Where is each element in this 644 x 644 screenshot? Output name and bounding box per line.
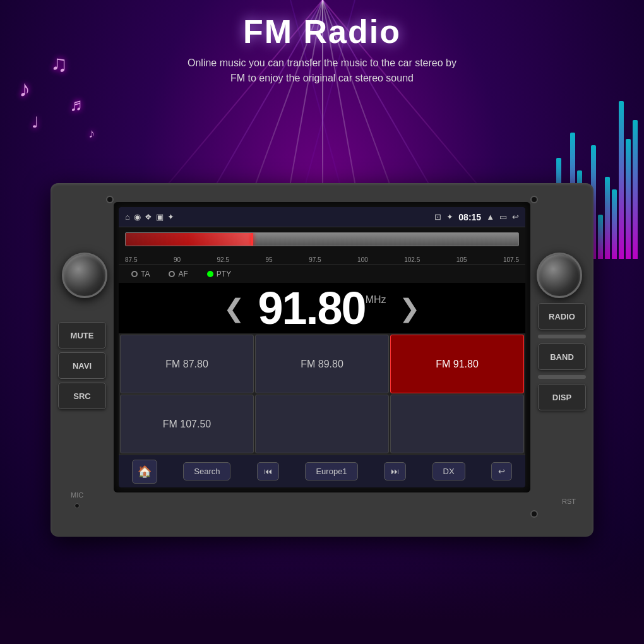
music-note-4: ♪ — [88, 126, 95, 141]
rds-pty: PTY — [207, 270, 231, 278]
usb-icon: ▣ — [156, 212, 164, 222]
tuner-marks: 87.5 90 92.5 95 97.5 100 102.5 105 107.5 — [125, 256, 519, 263]
home-button[interactable]: 🏠 — [132, 460, 157, 484]
ta-indicator — [131, 271, 138, 277]
music-note-3: ♩ — [32, 114, 39, 131]
mark-975: 97.5 — [309, 256, 321, 263]
screen: ⌂ ◉ ❖ ▣ ✦ ⊡ ✦ 08:15 ▲ ▭ ↩ — [119, 207, 525, 487]
divider-band — [538, 335, 586, 338]
tuner-bar: 87.5 90 92.5 95 97.5 100 102.5 105 107.5 — [119, 227, 525, 265]
rst-label: RST — [562, 498, 576, 505]
hole-top-left — [106, 196, 114, 203]
tuner-fill — [126, 233, 251, 246]
status-icons-left: ⌂ ◉ ❖ ▣ ✦ — [125, 212, 174, 222]
mute-button[interactable]: MUTE — [58, 322, 106, 349]
radio-button[interactable]: RADIO — [538, 303, 586, 330]
preset-4[interactable]: FM 107.50 — [120, 395, 254, 453]
af-indicator — [169, 271, 175, 277]
status-right: ⊡ ✦ 08:15 ▲ ▭ ↩ — [434, 212, 519, 222]
preset-2[interactable]: FM 89.80 — [255, 335, 389, 393]
left-button-panel: MUTE NAVI SRC — [58, 322, 106, 409]
signal-icon: ▲ — [486, 212, 494, 222]
top-text-area: FM Radio Online music you can transfer t… — [0, 13, 644, 86]
hole-top-right — [530, 196, 538, 203]
page-title: FM Radio — [0, 13, 644, 51]
next-freq-button[interactable]: ❯ — [386, 294, 433, 323]
search-button[interactable]: Search — [183, 462, 230, 480]
bluetooth-icon: ✦ — [446, 212, 453, 222]
bt-icon: ◉ — [134, 212, 141, 222]
frequency-value: 91.80 — [258, 282, 365, 334]
music-note-5: ♬ — [69, 95, 83, 115]
mic-label: MIC — [71, 491, 83, 499]
rds-ta: TA — [131, 270, 150, 278]
home-icon: ⌂ — [125, 212, 130, 222]
preset-5[interactable] — [255, 395, 389, 453]
subtitle-line2: FM to enjoy the original car stereo soun… — [230, 73, 414, 83]
ta-label: TA — [141, 270, 150, 278]
navi-button[interactable]: NAVI — [58, 352, 106, 379]
rds-bar: TA AF PTY — [119, 265, 525, 283]
bottom-controls: 🏠 Search ⏮ Europe1 ⏭ DX ↩ — [119, 455, 525, 487]
cast-icon: ⊡ — [434, 212, 441, 222]
bt2-icon: ✦ — [167, 212, 174, 222]
home-icon: 🏠 — [138, 465, 152, 479]
prev-freq-button[interactable]: ❮ — [211, 294, 258, 323]
frequency-display: ❮ 91.80 MHz ❯ — [119, 283, 525, 333]
battery-icon: ▭ — [499, 212, 507, 222]
divider-disp — [538, 375, 586, 379]
tuner-needle — [251, 233, 253, 246]
mark-87: 87.5 — [125, 256, 137, 263]
hole-bottom-right — [530, 510, 538, 518]
src-button[interactable]: SRC — [58, 383, 106, 409]
preset-3[interactable]: FM 91.80 — [390, 335, 524, 393]
subtitle-line1: Online music you can transfer the music … — [188, 57, 456, 68]
disp-button[interactable]: DISP — [538, 384, 586, 410]
mark-925: 92.5 — [217, 256, 229, 263]
mark-1025: 102.5 — [404, 256, 420, 263]
rds-af: AF — [169, 270, 188, 278]
tune-knob[interactable] — [537, 253, 582, 298]
status-bar: ⌂ ◉ ❖ ▣ ✦ ⊡ ✦ 08:15 ▲ ▭ ↩ — [119, 207, 525, 227]
band-button[interactable]: BAND — [538, 343, 586, 370]
crowd — [0, 530, 644, 644]
next-button[interactable]: ⏭ — [384, 462, 406, 480]
presets-grid: FM 87.80 FM 89.80 FM 91.80 FM 107.50 — [119, 333, 525, 455]
preset-6[interactable] — [390, 395, 524, 453]
page-subtitle: Online music you can transfer the music … — [0, 56, 644, 86]
stereo-unit: MUTE NAVI SRC RADIO BAND DISP MIC RST ⌂ … — [51, 183, 593, 537]
back-icon: ↩ — [512, 212, 519, 222]
mark-90: 90 — [174, 256, 181, 263]
prev-button[interactable]: ⏮ — [257, 462, 279, 480]
wifi-icon: ❖ — [145, 212, 152, 222]
pty-indicator — [207, 271, 213, 277]
station-label[interactable]: Europe1 — [305, 462, 357, 480]
back-nav-button[interactable]: ↩ — [491, 462, 512, 480]
pty-label: PTY — [217, 270, 231, 278]
mark-100: 100 — [357, 256, 368, 263]
screen-bezel: ⌂ ◉ ❖ ▣ ✦ ⊡ ✦ 08:15 ▲ ▭ ↩ — [114, 202, 530, 492]
screen-content: ⌂ ◉ ❖ ▣ ✦ ⊡ ✦ 08:15 ▲ ▭ ↩ — [119, 207, 525, 487]
clock: 08:15 — [458, 212, 481, 222]
frequency-unit: MHz — [366, 294, 386, 306]
tuner-scale — [125, 232, 519, 246]
volume-knob[interactable] — [62, 253, 107, 298]
af-label: AF — [178, 270, 188, 278]
mark-95: 95 — [266, 256, 273, 263]
right-button-panel: RADIO BAND DISP — [538, 303, 586, 410]
mark-105: 105 — [456, 256, 467, 263]
preset-1[interactable]: FM 87.80 — [120, 335, 254, 393]
mark-1075: 107.5 — [503, 256, 519, 263]
dx-button[interactable]: DX — [432, 462, 465, 480]
mic-hole — [75, 503, 80, 508]
